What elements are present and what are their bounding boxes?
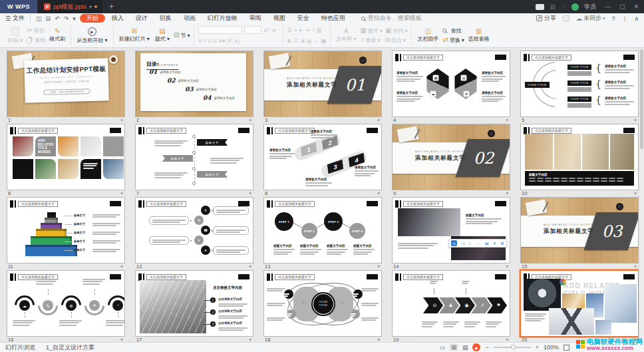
slide-thumbnail-10[interactable]: 点击添加相关标题文字 标题文字内容: [520, 124, 639, 190]
transition-star-icon[interactable]: ✶: [633, 118, 637, 123]
redo-icon[interactable]: ↷: [64, 15, 69, 22]
transition-star-icon[interactable]: ✶: [505, 264, 509, 269]
superscript-button[interactable]: X²: [227, 38, 232, 44]
share-button[interactable]: ↗分享: [536, 14, 556, 23]
align-center-icon[interactable]: ☷: [293, 38, 298, 44]
wps-logo[interactable]: W WPS: [0, 0, 37, 13]
print-icon[interactable]: ⊟: [46, 15, 51, 22]
selection-pane-button[interactable]: ▥选择窗格: [467, 28, 491, 43]
slide-thumbnail-12[interactable]: 点击添加相关标题文字✎◂✉▸☎◂✦▸➤◂: [135, 197, 253, 264]
ribbon-tab-切换[interactable]: 切换: [154, 14, 177, 23]
bullets-icon[interactable]: ☰: [287, 27, 292, 33]
line-spacing-icon[interactable]: ↕: [312, 27, 315, 33]
cut-button[interactable]: ✂剪切: [27, 27, 45, 35]
slide-thumbnail-13[interactable]: 点击添加相关标题文字 STEP 1 STEP 2 STEP 3 STEP 4标题…: [263, 197, 382, 264]
ribbon-tab-安全[interactable]: 安全: [292, 14, 315, 23]
slide-thumbnail-18[interactable]: 点击添加相关标题文字 ▸◂ YOURTITLE: [263, 270, 382, 337]
ribbon-tab-设计[interactable]: 设计: [130, 14, 153, 23]
help-button[interactable]: ?: [611, 15, 615, 22]
more-button[interactable]: ⋮: [621, 15, 627, 22]
vertical-scrollbar[interactable]: [639, 48, 644, 342]
zoom-out-button[interactable]: −: [485, 344, 488, 351]
justify-icon[interactable]: ▤: [307, 38, 312, 44]
indent-decrease-icon[interactable]: ⇤: [299, 27, 303, 33]
slide-thumbnail-17[interactable]: 点击添加相关标题文字 点击替换文字内容1点击替换文字内容2点击替换文字内容3点击…: [135, 270, 253, 337]
columns-icon[interactable]: ▥: [317, 27, 322, 33]
avatar[interactable]: [571, 3, 579, 11]
transition-star-icon[interactable]: ✶: [633, 191, 637, 196]
slide-thumbnail-7[interactable]: 点击添加相关标题文字 标题文字 标题文字 标题文字: [135, 124, 253, 190]
slide-thumbnail-15[interactable]: 03 ADD RELATED TITLE WORDS 添加相关标题文字: [520, 197, 639, 264]
slide-thumbnail-19[interactable]: 点击添加相关标题文字⊙♟◉✓⚑: [392, 270, 510, 337]
transition-star-icon[interactable]: ✶: [377, 264, 381, 269]
format-painter-button[interactable]: ✎格式刷: [48, 28, 67, 43]
document-tab[interactable]: P ppt模板.pptx ▾: [39, 0, 102, 13]
transition-star-icon[interactable]: ✶: [248, 264, 252, 269]
zoom-slider[interactable]: [494, 347, 531, 348]
new-slide-button[interactable]: ⊞新建幻灯片 ▾: [118, 28, 151, 43]
ribbon-tab-动画[interactable]: 动画: [178, 14, 201, 23]
slide-thumbnail-11[interactable]: 点击添加相关标题文字标题文字标题文字标题文字标题文字标题文字: [7, 197, 125, 264]
slide-thumbnail-6[interactable]: 点击添加相关标题文字ADD RELATEDTITLEWORDS: [7, 124, 125, 190]
new-tab-button[interactable]: +: [109, 0, 114, 13]
normal-view-button[interactable]: ▭: [440, 344, 446, 351]
slide-thumbnail-14[interactable]: 点击添加相关标题文字标题文字内容 ⊙◁☾⋯▤✈⚙: [392, 197, 510, 264]
layout-button[interactable]: ▤版式 ▾: [154, 28, 171, 43]
ribbon-tab-开始[interactable]: 开始: [80, 14, 105, 23]
italic-button[interactable]: I: [204, 38, 206, 44]
maximize-button[interactable]: ▢: [619, 3, 625, 10]
shape-button[interactable]: ○形状 ▾: [360, 36, 382, 45]
group-button[interactable]: ⧉组合 ▾: [385, 36, 407, 45]
paste-button[interactable]: 粘贴 ▾: [7, 27, 24, 44]
quickbar-caret-icon[interactable]: ▾: [73, 15, 76, 22]
play-from-current-button[interactable]: ▶从当前开始 ▾: [75, 27, 108, 44]
numbering-icon[interactable]: ≡: [294, 27, 297, 33]
fit-slide-button[interactable]: [564, 345, 569, 351]
command-search[interactable]: 查找命令、搜索模板: [361, 14, 422, 23]
slide-thumbnail-2[interactable]: 目录/CONTENTS01请替换文字内容02请替换文字内容03请替换文字内容04…: [135, 51, 253, 117]
transition-star-icon[interactable]: ✶: [120, 191, 124, 196]
save-icon[interactable]: ◫: [36, 15, 42, 22]
transition-star-icon[interactable]: ✶: [377, 191, 381, 196]
transition-star-icon[interactable]: ✶: [120, 264, 124, 269]
copy-button[interactable]: 复制: [27, 36, 45, 45]
picture-button[interactable]: ▦图片 ▾: [360, 27, 382, 35]
transition-star-icon[interactable]: ✶: [248, 118, 252, 123]
tab-caret-icon[interactable]: ▾: [89, 4, 92, 10]
ribbon-tab-审阅[interactable]: 审阅: [244, 14, 267, 23]
decrease-font-button[interactable]: A⁻: [272, 27, 279, 33]
skin-center-icon[interactable]: [536, 4, 544, 10]
close-button[interactable]: ✕: [633, 3, 639, 10]
sync-status[interactable]: ☁未同步▾: [576, 14, 605, 23]
slide-sorter-view-button[interactable]: ⊞: [450, 344, 458, 351]
slide-thumbnail-20[interactable]: 点击添加相关标题文字ADD RELATEDTITLE WORDS: [520, 270, 639, 337]
minimize-button[interactable]: —: [605, 3, 611, 10]
zoom-in-button[interactable]: +: [536, 344, 539, 351]
increase-font-button[interactable]: A⁺: [263, 27, 270, 33]
star-icon[interactable]: ☆: [561, 3, 566, 10]
ribbon-tab-插入[interactable]: 插入: [106, 14, 129, 23]
align-objects-icon[interactable]: ▦: [321, 38, 327, 44]
scrollbar-thumb[interactable]: [640, 49, 643, 149]
arrange-button[interactable]: ▣排列 ▾: [385, 27, 407, 35]
ribbon-tab-视图[interactable]: 视图: [268, 14, 291, 23]
design-scheme-label[interactable]: 1_自定义设计方案: [46, 343, 94, 352]
undo-icon[interactable]: ↶: [55, 15, 60, 22]
collapse-ribbon-button[interactable]: ∧: [634, 15, 639, 22]
doc-assistant-button[interactable]: ◫文档助手: [416, 28, 440, 43]
slide-thumbnail-8[interactable]: 点击添加相关标题文字 1 2 3 4请替换文字内容请替换文字内容请替换文字内容请…: [263, 124, 382, 190]
slide-thumbnail-5[interactable]: 点击添加相关标题文字 YOUR TITLEYOUR TITLE{请替换文字内容Y…: [520, 51, 639, 117]
transition-star-icon[interactable]: ✶: [120, 118, 124, 123]
strike-button[interactable]: S: [214, 38, 217, 44]
bold-button[interactable]: B: [198, 38, 202, 44]
zoom-percent[interactable]: 100%: [544, 344, 559, 351]
transition-star-icon[interactable]: ✶: [377, 118, 381, 123]
message-icon[interactable]: ▤: [550, 3, 556, 10]
slide-thumbnail-3[interactable]: 01 ADD RELATED TITLE WORDS 添加相关标题文字: [263, 51, 382, 117]
reading-view-button[interactable]: ▤: [462, 344, 468, 351]
font-color-button[interactable]: A▾: [219, 38, 225, 44]
user-name[interactable]: 学员: [584, 3, 596, 11]
slide-thumbnail-4[interactable]: 点击添加相关标题文字 ▦☁ ▤⚙请替换文字内容请替换文字内容请替换文字内容请替换…: [392, 51, 510, 117]
slide-thumbnail-16[interactable]: 点击添加相关标题文字☁✎⚙♥◔: [7, 270, 125, 337]
indent-increase-icon[interactable]: ⇥: [305, 27, 310, 33]
